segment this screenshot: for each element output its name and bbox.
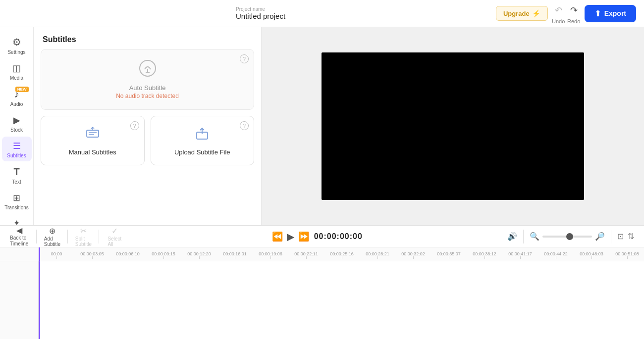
sidebar-label-text: Text (12, 179, 21, 185)
manual-subtitles-card[interactable]: ? Manual Subtitles (41, 116, 145, 165)
toolbar-separator-2 (67, 230, 68, 243)
split-subtitle-button[interactable]: ✂ SplitSubtitle (71, 224, 96, 249)
playback-controls: ⏪ ▶ ⏩ 00:00:00:00 (128, 231, 506, 242)
upload-subtitle-label: Upload Subtitle File (174, 148, 230, 156)
ruler-mark: 00:00:48:03 (574, 251, 609, 259)
upgrade-label: Upgrade (503, 10, 530, 17)
timeline-tracks (0, 261, 644, 339)
split-subtitle-icon: ✂ (80, 226, 87, 236)
sidebar-item-subtitles[interactable]: ☰ Subtitles (2, 137, 32, 161)
ruler-mark: 00:00:09:15 (146, 251, 181, 259)
toolbar-separator-5 (611, 230, 611, 243)
export-label: Export (604, 9, 626, 17)
play-button[interactable]: ▶ (287, 231, 294, 242)
upload-subtitle-icon (195, 126, 210, 145)
ruler-mark: 00:00:19:06 (253, 251, 288, 259)
fast-forward-button[interactable]: ⏩ (298, 231, 309, 242)
sidebar-item-stock[interactable]: ▶ Stock (2, 111, 32, 136)
ruler-mark: 00:00:41:17 (502, 251, 538, 259)
new-badge: NEW (15, 87, 29, 92)
sidebar-item-audio[interactable]: NEW ♪ Audio (2, 85, 32, 110)
select-all-button[interactable]: ✓ SelectAll (102, 224, 127, 249)
ruler-mark: 00:00:35:07 (431, 251, 467, 259)
manual-subtitle-label: Manual Subtitles (69, 148, 116, 156)
zoom-slider[interactable] (542, 236, 592, 238)
text-icon: T (13, 166, 19, 178)
elements-icon: ✦ (13, 218, 20, 225)
ruler-mark: 00:00:06:10 (110, 251, 146, 259)
ruler-mark: 00:00:38:12 (467, 251, 502, 259)
ruler-mark: 00:00:03:05 (74, 251, 110, 259)
crop-icon[interactable]: ⊡ (617, 232, 624, 241)
undo-label: Undo (552, 18, 565, 24)
zoom-in-icon[interactable]: 🔎 (595, 232, 605, 241)
zoom-out-icon[interactable]: 🔍 (530, 232, 539, 241)
rewind-button[interactable]: ⏪ (272, 231, 283, 242)
timeline-right-controls: 🔊 🔍 🔎 ⊡ ⇅ (507, 230, 639, 243)
svg-rect-3 (87, 130, 99, 137)
stock-icon: ▶ (13, 115, 20, 126)
subtitles-icon: ☰ (13, 141, 21, 151)
back-label: Back toTimeline (10, 235, 28, 247)
export-button[interactable]: ⬆ Export (585, 5, 636, 22)
timeline-ruler: 00:0000:00:03:0500:00:06:1000:00:09:1500… (0, 247, 644, 261)
add-subtitle-icon: ⊕ (49, 226, 55, 236)
upgrade-button[interactable]: Upgrade ⚡ (496, 6, 548, 21)
upload-subtitle-help-icon[interactable]: ? (240, 121, 249, 130)
toolbar-separator-4 (523, 230, 524, 243)
ruler-mark: 00:00:32:02 (395, 251, 431, 259)
playback-buttons: ⏪ ▶ ⏩ (272, 231, 309, 242)
media-icon: ◫ (12, 63, 21, 74)
export-icon: ⬆ (594, 9, 601, 18)
sidebar-label-stock: Stock (10, 127, 23, 133)
ruler-mark: 00:00:25:16 (324, 251, 360, 259)
topbar-right: Upgrade ⚡ ↶ Undo ↷ Redo ⬆ Export (496, 3, 636, 24)
ruler-mark: 00:00:12:20 (181, 251, 217, 259)
redo-button[interactable]: ↷ (567, 3, 581, 18)
sidebar-item-media[interactable]: ◫ Media (2, 59, 32, 84)
split-subtitle-label: SplitSubtitle (75, 236, 92, 247)
sidebar-item-settings[interactable]: ⚙ Settings (2, 32, 32, 58)
select-all-label: SelectAll (108, 236, 122, 247)
topbar: Project name Untitled project Upgrade ⚡ … (0, 0, 644, 27)
zoom-thumb (566, 233, 573, 240)
ruler-mark: 00:00:28:21 (360, 251, 395, 259)
sidebar-label-transitions: Transitions (4, 205, 29, 210)
bottom-area: ◀ Back toTimeline ⊕ AddSubtitle ✂ SplitS… (0, 225, 644, 339)
settings-icon: ⚙ (12, 36, 21, 48)
subtitles-panel-body: ? Auto Subtitle No audio track detected … (34, 49, 261, 172)
sidebar-label-settings: Settings (7, 49, 25, 55)
undo-wrap: ↶ Undo (552, 3, 565, 24)
ruler-mark: 00:00:16:01 (217, 251, 253, 259)
sidebar-item-elements[interactable]: ✦ Elements (2, 214, 32, 225)
volume-icon[interactable]: 🔊 (507, 232, 517, 241)
timeline-left-col (0, 261, 39, 339)
select-all-icon: ✓ (111, 226, 118, 236)
back-to-timeline-button[interactable]: ◀ Back toTimeline (5, 224, 33, 249)
bolt-icon: ⚡ (532, 9, 540, 17)
project-info: Project name Untitled project (8, 6, 490, 20)
add-subtitle-button[interactable]: ⊕ AddSubtitle (40, 224, 64, 249)
undo-button[interactable]: ↶ (552, 3, 565, 18)
playhead-track (39, 261, 40, 339)
sidebar-item-transitions[interactable]: ⊞ Transitions (2, 189, 32, 213)
timecode-display: 00:00:00:00 (314, 232, 363, 241)
zoom-controls: 🔍 🔎 (530, 232, 605, 241)
back-arrow-icon: ◀ (16, 226, 22, 235)
undo-redo-group: ↶ Undo ↷ Redo (552, 3, 581, 24)
timeline-toolbar: ◀ Back toTimeline ⊕ AddSubtitle ✂ SplitS… (0, 226, 644, 247)
svg-point-0 (140, 60, 156, 76)
video-screen (322, 52, 584, 200)
sidebar: ⚙ Settings ◫ Media NEW ♪ Audio ▶ Stock ☰… (0, 27, 34, 225)
subtitle-options-row: ? Manual Subtitles ? (41, 116, 254, 165)
main-area: ⚙ Settings ◫ Media NEW ♪ Audio ▶ Stock ☰… (0, 27, 644, 225)
manual-subtitle-help-icon[interactable]: ? (130, 121, 139, 130)
trim-icon[interactable]: ⇅ (628, 232, 634, 241)
ruler-marks: 00:0000:00:03:0500:00:06:1000:00:09:1500… (0, 251, 644, 259)
auto-subtitle-help-icon[interactable]: ? (240, 54, 249, 63)
sidebar-label-audio: Audio (10, 101, 23, 107)
ruler-mark: 00:00:44:22 (538, 251, 574, 259)
sidebar-item-text[interactable]: T Text (2, 162, 32, 188)
upload-subtitle-card[interactable]: ? Upload Subtitle File (151, 116, 255, 165)
redo-label: Redo (567, 18, 580, 24)
